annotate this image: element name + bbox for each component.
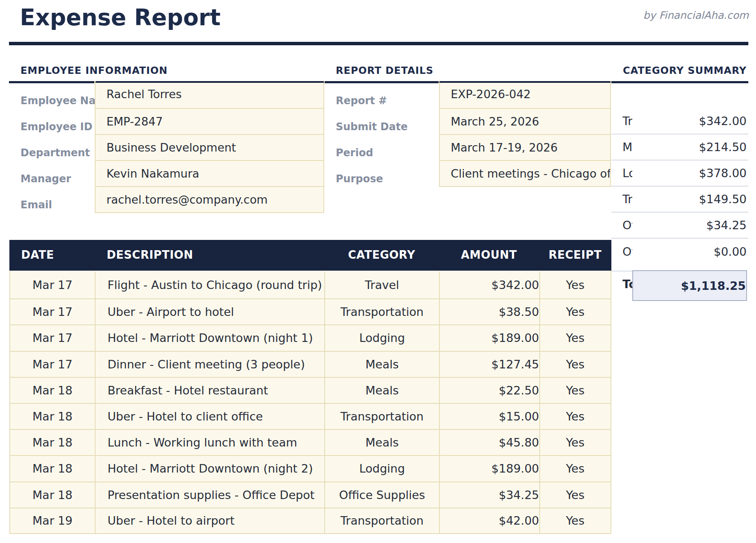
expense-category: Transportation [325,404,440,429]
expense-receipt: Yes [540,299,611,324]
expense-category: Lodging [325,325,440,350]
expense-row: Mar 18 Uber - Hotel to client office Tra… [10,404,611,430]
employee-field-values: Rachel TorresEMP-2847Business Developmen… [95,83,324,213]
field-value: Rachel Torres [96,83,323,108]
expense-row: Mar 18 Presentation supplies - Office De… [10,482,611,508]
summary-category-amount: $214.50 [632,140,747,154]
expense-table-header: DATE DESCRIPTION CATEGORY AMOUNT RECEIPT [9,240,611,271]
summary-row: Meals $214.50 [611,134,748,161]
summary-row: Other $0.00 [611,239,748,265]
total-row-separator [611,271,633,272]
expense-date: Mar 17 [10,272,96,299]
summary-category-label: Travel [622,114,632,128]
expense-description: Hotel - Marriott Downtown (night 2) [96,456,325,481]
expense-description: Hotel - Marriott Downtown (night 1) [96,325,325,350]
summary-category-amount: $34.25 [632,219,747,232]
expense-row: Mar 17 Hotel - Marriott Downtown (night … [10,325,611,351]
summary-spacer [611,83,748,108]
byline: by FinancialAha.com [643,10,749,20]
expense-amount: $15.00 [440,404,540,429]
expense-row: Mar 17 Dinner - Client meeting (3 people… [10,352,611,378]
expense-amount: $127.45 [440,352,540,377]
expense-row: Mar 17 Flight - Austin to Chicago (round… [10,271,611,299]
expense-amount: $34.25 [440,482,540,508]
expense-date: Mar 17 [10,299,96,324]
field-label: Manager [20,174,95,184]
field-label: Report # [336,96,439,106]
expense-receipt: Yes [540,430,611,455]
category-summary-heading: CATEGORY SUMMARY [623,66,747,76]
expense-date: Mar 18 [10,378,96,403]
expense-date: Mar 19 [10,508,96,533]
expense-receipt: Yes [540,272,611,299]
total-amount-box: $1,118.25 [632,270,747,301]
expense-description: Presentation supplies - Office Depot [96,482,325,508]
summary-category-amount: $378.00 [632,166,747,180]
expense-table: DATE DESCRIPTION CATEGORY AMOUNT RECEIPT… [9,240,611,534]
expense-date: Mar 18 [10,482,96,508]
summary-row: Lodging $378.00 [611,161,748,187]
expense-amount: $189.00 [440,325,540,350]
expense-amount: $342.00 [440,272,540,299]
expense-description: Uber - Hotel to airport [96,508,325,533]
field-value: Business Development [96,134,323,160]
expense-description: Flight - Austin to Chicago (round trip) [96,272,325,299]
field-label: Period [336,148,439,158]
expense-row: Mar 19 Uber - Hotel to airport Transport… [10,508,611,533]
total-label: Total [622,279,632,290]
summary-row: Travel $342.00 [611,108,748,134]
category-summary: Travel $342.00 Meals $214.50 Lodging $37… [611,83,748,265]
top-rule [9,42,748,45]
field-value: Kevin Nakamura [96,160,323,186]
summary-category-label: Other [622,245,632,258]
summary-category-amount: $149.50 [632,193,747,206]
field-label: Employee ID [20,122,95,132]
expense-category: Meals [325,430,440,455]
expense-description: Breakfast - Hotel restaurant [96,378,325,403]
field-value: EMP-2847 [96,108,323,134]
report-details-heading: REPORT DETAILS [336,66,433,76]
expense-receipt: Yes [540,404,611,429]
expense-category: Travel [325,272,440,299]
employee-information-heading: EMPLOYEE INFORMATION [20,66,168,76]
column-header-amount: AMOUNT [439,248,539,262]
field-label: Submit Date [336,122,439,132]
expense-receipt: Yes [540,378,611,403]
column-header-category: CATEGORY [324,248,439,262]
field-value: Client meetings - Chicago office [440,160,610,186]
expense-category: Meals [325,378,440,403]
column-header-date: DATE [9,248,95,262]
expense-amount: $38.50 [440,299,540,324]
expense-description: Uber - Airport to hotel [96,299,325,324]
expense-table-body: Mar 17 Flight - Austin to Chicago (round… [9,271,611,534]
expense-receipt: Yes [540,352,611,377]
field-label: Email [20,200,95,210]
expense-description: Lunch - Working lunch with team [96,430,325,455]
expense-description: Dinner - Client meeting (3 people) [96,352,325,377]
expense-receipt: Yes [540,325,611,350]
expense-category: Transportation [325,508,440,533]
expense-category: Lodging [325,456,440,481]
expense-category: Transportation [325,299,440,324]
field-label: Purpose [336,174,439,184]
report-field-values: EXP-2026-042March 25, 2026March 17-19, 2… [439,83,611,187]
expense-amount: $22.50 [440,378,540,403]
expense-amount: $42.00 [440,508,540,533]
expense-row: Mar 18 Hotel - Marriott Downtown (night … [10,456,611,482]
expense-date: Mar 17 [10,325,96,350]
expense-date: Mar 17 [10,352,96,377]
field-value: March 17-19, 2026 [440,134,610,160]
expense-amount: $189.00 [440,456,540,481]
expense-receipt: Yes [540,508,611,533]
field-value: March 25, 2026 [440,108,610,134]
page-title: Expense Report [20,6,221,29]
column-header-receipt: RECEIPT [539,248,611,262]
field-value: EXP-2026-042 [440,83,610,108]
column-header-description: DESCRIPTION [95,248,324,262]
field-label: Employee Name [20,96,95,106]
summary-category-label: Office Supplies [622,219,632,232]
expense-row: Mar 18 Lunch - Working lunch with team M… [10,430,611,456]
expense-row: Mar 18 Breakfast - Hotel restaurant Meal… [10,378,611,404]
expense-date: Mar 18 [10,404,96,429]
expense-date: Mar 18 [10,456,96,481]
